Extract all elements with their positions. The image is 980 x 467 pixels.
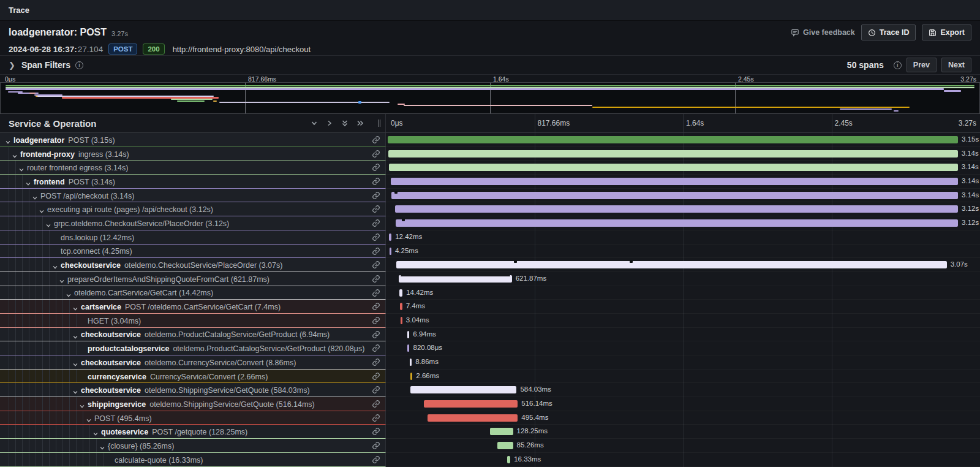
collapse-chevron-icon[interactable] <box>52 262 58 273</box>
collapse-all-icon[interactable] <box>341 120 349 127</box>
span-name-cell[interactable]: checkoutserviceoteldemo.CurrencyService/… <box>0 355 386 370</box>
next-button[interactable]: Next <box>941 58 971 72</box>
span-bar[interactable] <box>396 219 959 227</box>
collapse-chevron-icon[interactable] <box>72 387 78 398</box>
span-timeline-cell[interactable]: 2.66ms <box>386 370 980 384</box>
collapse-one-icon[interactable] <box>311 120 318 127</box>
span-name-cell[interactable]: shippingserviceoteldemo.ShippingService/… <box>0 397 386 411</box>
span-bar[interactable] <box>388 150 957 158</box>
collapse-chevron-icon[interactable] <box>32 192 38 203</box>
span-link-icon[interactable] <box>372 358 380 369</box>
column-resize-handle[interactable] <box>378 120 382 127</box>
span-name-cell[interactable]: dns.lookup (12.42ms) <box>0 230 386 245</box>
trace-minimap[interactable]: 0μs 817.66ms 1.64s 2.45s 3.27s <box>0 75 980 114</box>
span-bar[interactable] <box>395 205 959 213</box>
span-timeline-cell[interactable]: 12.42ms <box>386 230 980 245</box>
span-link-icon[interactable] <box>372 455 380 466</box>
span-link-icon[interactable] <box>372 135 380 146</box>
span-name-cell[interactable]: POST (495.4ms) <box>0 411 386 425</box>
span-link-icon[interactable] <box>372 330 380 341</box>
give-feedback-link[interactable]: Give feedback <box>791 28 855 37</box>
expand-all-icon[interactable] <box>356 120 364 127</box>
collapse-chevron-icon[interactable] <box>72 332 78 343</box>
span-timeline-cell[interactable]: 3.14s <box>386 189 980 203</box>
span-bar[interactable] <box>396 261 946 268</box>
span-link-icon[interactable] <box>372 233 380 244</box>
span-bar[interactable] <box>399 289 402 297</box>
span-name-cell[interactable]: frontend-proxyingress (3.14s) <box>0 147 386 161</box>
span-timeline-cell[interactable]: 7.4ms <box>386 300 980 314</box>
collapse-chevron-icon[interactable] <box>25 178 31 189</box>
span-timeline-cell[interactable]: 128.25ms <box>386 425 980 439</box>
span-bar[interactable] <box>410 386 517 393</box>
span-bar[interactable] <box>407 331 409 338</box>
span-filters-label[interactable]: Span Filters <box>21 60 70 70</box>
span-bar[interactable] <box>388 136 958 143</box>
span-link-icon[interactable] <box>372 344 380 355</box>
span-name-cell[interactable]: executing api route (pages) /api/checkou… <box>0 202 386 216</box>
span-bar[interactable] <box>410 373 412 380</box>
expand-chevron-icon[interactable]: ❯ <box>9 61 15 70</box>
span-timeline-cell[interactable]: 8.86ms <box>386 355 980 370</box>
span-timeline-cell[interactable]: 3.15s <box>386 133 980 147</box>
span-link-icon[interactable] <box>372 163 380 174</box>
span-bar[interactable] <box>400 303 402 310</box>
span-bar[interactable] <box>389 234 391 241</box>
span-name-cell[interactable]: loadgeneratorPOST (3.15s) <box>0 133 386 147</box>
collapse-chevron-icon[interactable] <box>66 290 72 301</box>
span-timeline-cell[interactable]: 85.26ms <box>386 439 980 453</box>
span-link-icon[interactable] <box>372 260 380 271</box>
span-timeline-cell[interactable]: 14.42ms <box>386 286 980 300</box>
collapse-chevron-icon[interactable] <box>18 164 24 175</box>
span-link-icon[interactable] <box>372 191 380 202</box>
span-bar[interactable] <box>410 359 412 366</box>
export-button[interactable]: Export <box>922 25 971 40</box>
span-link-icon[interactable] <box>372 302 380 313</box>
span-name-cell[interactable]: quoteservicePOST /getquote (128.25ms) <box>0 425 386 439</box>
collapse-chevron-icon[interactable] <box>39 206 45 217</box>
span-link-icon[interactable] <box>372 289 380 300</box>
span-name-cell[interactable]: checkoutserviceoteldemo.ShippingService/… <box>0 383 386 397</box>
span-timeline-cell[interactable]: 3.07s <box>386 258 980 272</box>
span-name-cell[interactable]: prepareOrderItemsAndShippingQuoteFromCar… <box>0 272 386 286</box>
span-link-icon[interactable] <box>372 427 380 438</box>
span-name-cell[interactable]: tcp.connect (4.25ms) <box>0 245 386 259</box>
span-timeline-cell[interactable]: 6.94ms <box>386 328 980 342</box>
span-link-icon[interactable] <box>372 177 380 188</box>
span-link-icon[interactable] <box>372 441 380 452</box>
span-link-icon[interactable] <box>372 205 380 216</box>
collapse-chevron-icon[interactable] <box>12 151 18 162</box>
collapse-chevron-icon[interactable] <box>72 303 78 314</box>
expand-one-icon[interactable] <box>326 120 333 127</box>
span-name-cell[interactable]: grpc.oteldemo.CheckoutService/PlaceOrder… <box>0 216 386 230</box>
span-bar[interactable] <box>428 414 518 422</box>
collapse-chevron-icon[interactable] <box>92 428 99 439</box>
span-bar[interactable] <box>391 192 958 199</box>
prev-button[interactable]: Prev <box>907 58 937 72</box>
span-timeline-cell[interactable]: 516.14ms <box>386 397 980 411</box>
span-name-cell[interactable]: router frontend egress (3.14s) <box>0 161 386 175</box>
span-timeline-cell[interactable]: 3.14s <box>386 147 980 161</box>
span-name-cell[interactable]: productcatalogserviceoteldemo.ProductCat… <box>0 341 386 355</box>
span-bar[interactable] <box>497 442 513 449</box>
span-bar[interactable] <box>401 317 402 324</box>
span-link-icon[interactable] <box>372 400 380 411</box>
span-link-icon[interactable] <box>372 219 380 230</box>
collapse-chevron-icon[interactable] <box>59 276 65 287</box>
collapse-chevron-icon[interactable] <box>5 137 11 148</box>
span-name-cell[interactable]: POST /api/checkout (3.14s) <box>0 189 386 203</box>
span-name-cell[interactable]: cartservicePOST /oteldemo.CartService/Ge… <box>0 300 386 314</box>
span-link-icon[interactable] <box>372 150 380 161</box>
collapse-chevron-icon[interactable] <box>72 359 78 370</box>
span-timeline-cell[interactable]: 3.14s <box>386 161 980 175</box>
span-name-cell[interactable]: frontendPOST (3.14s) <box>0 175 386 189</box>
collapse-chevron-icon[interactable] <box>79 401 85 412</box>
span-bar[interactable] <box>390 248 391 255</box>
span-link-icon[interactable] <box>372 316 380 327</box>
span-link-icon[interactable] <box>372 385 380 397</box>
span-name-cell[interactable]: checkoutserviceoteldemo.ProductCatalogSe… <box>0 328 386 342</box>
span-link-icon[interactable] <box>372 275 380 286</box>
span-timeline-cell[interactable]: 820.08μs <box>386 341 980 355</box>
span-bar[interactable] <box>391 178 958 185</box>
span-name-cell[interactable]: checkoutserviceoteldemo.CheckoutService/… <box>0 258 386 272</box>
